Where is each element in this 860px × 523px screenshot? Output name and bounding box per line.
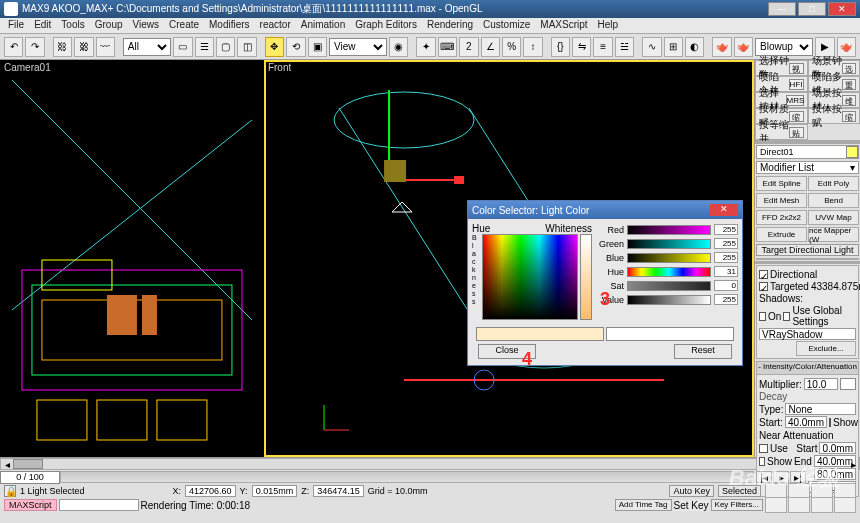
menu-file[interactable]: File — [4, 18, 28, 33]
shadow-type-dropdown[interactable]: VRayShadow — [759, 328, 856, 340]
pivot-center-button[interactable]: ◉ — [389, 37, 408, 57]
menu-customize[interactable]: Customize — [479, 18, 534, 33]
remove-modifier-icon[interactable] — [818, 261, 839, 263]
blue-slider[interactable] — [627, 253, 711, 263]
curve-editor-button[interactable]: ∿ — [642, 37, 661, 57]
select-button[interactable]: ▭ — [173, 37, 192, 57]
global-settings-checkbox[interactable] — [783, 312, 790, 321]
red-value[interactable]: 255 — [714, 224, 738, 235]
exclude-button[interactable]: Exclude... — [796, 341, 856, 356]
redo-button[interactable]: ↷ — [25, 37, 44, 57]
z-coord-field[interactable]: 346474.15 — [313, 485, 364, 497]
multiplier-field[interactable]: 10.0 — [804, 378, 838, 390]
shadows-on-checkbox[interactable] — [759, 312, 766, 321]
create-tab-icon[interactable] — [755, 141, 773, 143]
decay-type-dropdown[interactable]: None — [785, 403, 856, 415]
select-scale-button[interactable]: ▣ — [308, 37, 327, 57]
hierarchy-tab-icon[interactable] — [790, 141, 808, 143]
menu-help[interactable]: Help — [594, 18, 623, 33]
snap-angle-button[interactable]: ∠ — [481, 37, 500, 57]
modify-tab-icon[interactable] — [773, 141, 791, 143]
minilistener[interactable] — [59, 499, 139, 511]
snap-2d-button[interactable]: 2 — [459, 37, 478, 57]
layers-button[interactable]: ☱ — [615, 37, 634, 57]
ref-coord-dropdown[interactable]: View — [329, 38, 387, 56]
stack-item-light[interactable]: Target Directional Light — [756, 244, 859, 256]
track-bar[interactable] — [60, 471, 754, 483]
menu-group[interactable]: Group — [91, 18, 127, 33]
pin-stack-icon[interactable] — [755, 261, 776, 263]
key-filters-button[interactable]: Key Filters... — [711, 499, 763, 511]
object-name-field[interactable]: Direct01 — [756, 145, 859, 159]
make-unique-icon[interactable] — [797, 261, 818, 263]
spinner-snap-button[interactable]: ↕ — [523, 37, 542, 57]
manipulate-button[interactable]: ✦ — [416, 37, 435, 57]
min-max-button[interactable] — [834, 497, 856, 513]
utilities-tab-icon[interactable] — [843, 141, 861, 143]
edit-poly-button[interactable]: Edit Poly — [808, 176, 859, 191]
menu-reactor[interactable]: reactor — [256, 18, 295, 33]
extrude-button[interactable]: Extrude — [756, 227, 807, 242]
modifier-list-dropdown[interactable]: Modifier List▾ — [756, 161, 859, 174]
green-value[interactable]: 255 — [714, 238, 738, 249]
selection-filter-dropdown[interactable]: All — [123, 38, 171, 56]
named-sel-button[interactable]: {} — [551, 37, 570, 57]
lock-selection-icon[interactable]: 🔒 — [4, 485, 16, 497]
near-show-checkbox[interactable] — [759, 457, 765, 466]
next-key-button[interactable]: ▸| — [790, 471, 806, 483]
modifier-stack[interactable] — [756, 258, 859, 260]
blue-value[interactable]: 255 — [714, 252, 738, 263]
render-scene-button[interactable]: 🫖 — [712, 37, 731, 57]
near-start-field[interactable]: 0.0mm — [819, 442, 856, 454]
menu-graph editors[interactable]: Graph Editors — [351, 18, 421, 33]
color-close-button[interactable]: Close — [478, 344, 536, 359]
menu-tools[interactable]: Tools — [57, 18, 88, 33]
keyboard-shortcut-button[interactable]: ⌨ — [438, 37, 457, 57]
motion-tab-icon[interactable] — [808, 141, 826, 143]
ext-tab[interactable]: 按等缩并贴 — [755, 124, 808, 140]
sat-slider[interactable] — [627, 281, 711, 291]
bend-button[interactable]: Bend — [808, 193, 859, 208]
display-tab-icon[interactable] — [825, 141, 843, 143]
quick-render-button[interactable]: 🫖 — [734, 37, 753, 57]
green-slider[interactable] — [627, 239, 711, 249]
ext-tab[interactable]: 按体按赋缩 — [808, 108, 861, 124]
bind-spacewarp-button[interactable]: 〰 — [96, 37, 115, 57]
value-value[interactable]: 255 — [714, 294, 738, 305]
viewport-scrollbar[interactable]: ◂ ▸ — [0, 458, 860, 470]
autokey-button[interactable]: Auto Key — [669, 485, 714, 497]
x-coord-field[interactable]: 412706.60 — [185, 485, 236, 497]
red-slider[interactable] — [627, 225, 711, 235]
targeted-checkbox[interactable]: ✓ — [759, 282, 768, 291]
hue-slider[interactable] — [627, 267, 711, 277]
play-button[interactable]: ▸ — [773, 471, 789, 483]
ncmapper-button[interactable]: nce Mapper (W — [808, 227, 859, 242]
prev-key-button[interactable]: |◂ — [756, 471, 772, 483]
time-slider[interactable]: 0 / 100 — [0, 471, 60, 484]
menu-maxscript[interactable]: MAXScript — [536, 18, 591, 33]
configure-sets-icon[interactable] — [839, 261, 860, 263]
maximize-viewport-button[interactable] — [811, 497, 833, 513]
link-button[interactable]: ⛓ — [53, 37, 72, 57]
value-slider[interactable] — [627, 295, 711, 305]
schematic-view-button[interactable]: ⊞ — [664, 37, 683, 57]
decay-show-checkbox[interactable] — [829, 418, 831, 427]
whiteness-slider[interactable] — [580, 234, 592, 320]
snap-percent-button[interactable]: % — [502, 37, 521, 57]
menu-animation[interactable]: Animation — [297, 18, 349, 33]
close-button[interactable]: ✕ — [828, 2, 856, 16]
show-end-result-icon[interactable] — [776, 261, 797, 263]
render-type-dropdown[interactable]: Blowup — [755, 38, 813, 56]
near-use-checkbox[interactable] — [759, 444, 768, 453]
material-editor-button[interactable]: ◐ — [685, 37, 704, 57]
select-rotate-button[interactable]: ⟲ — [286, 37, 305, 57]
minimize-button[interactable]: — — [768, 2, 796, 16]
select-move-button[interactable]: ✥ — [265, 37, 284, 57]
edit-mesh-button[interactable]: Edit Mesh — [756, 193, 807, 208]
maximize-button[interactable]: □ — [798, 2, 826, 16]
select-by-name-button[interactable]: ☰ — [195, 37, 214, 57]
hue-blackness-field[interactable] — [482, 234, 579, 320]
window-crossing-button[interactable]: ◫ — [237, 37, 256, 57]
dialog-titlebar[interactable]: Color Selector: Light Color ✕ — [468, 201, 742, 219]
menu-views[interactable]: Views — [129, 18, 164, 33]
